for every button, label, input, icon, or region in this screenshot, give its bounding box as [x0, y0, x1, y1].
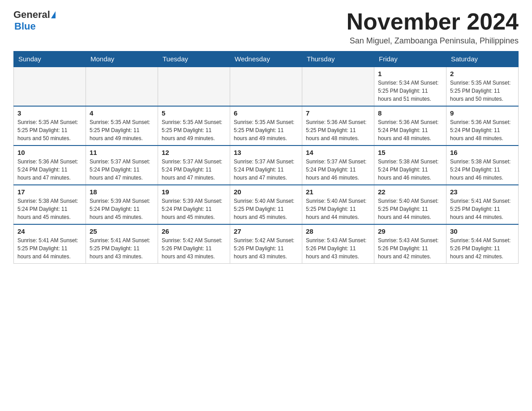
day-number: 29 [378, 227, 442, 235]
day-info: Sunrise: 5:41 AM Sunset: 5:25 PM Dayligh… [450, 197, 515, 221]
calendar-cell: 28Sunrise: 5:43 AM Sunset: 5:26 PM Dayli… [302, 224, 374, 264]
calendar-cell: 3Sunrise: 5:35 AM Sunset: 5:25 PM Daylig… [14, 106, 86, 146]
calendar-cell: 21Sunrise: 5:40 AM Sunset: 5:25 PM Dayli… [302, 185, 374, 224]
day-info: Sunrise: 5:39 AM Sunset: 5:24 PM Dayligh… [90, 197, 154, 221]
day-info: Sunrise: 5:42 AM Sunset: 5:26 PM Dayligh… [162, 236, 226, 261]
day-info: Sunrise: 5:35 AM Sunset: 5:25 PM Dayligh… [17, 118, 82, 142]
day-info: Sunrise: 5:38 AM Sunset: 5:24 PM Dayligh… [17, 197, 82, 221]
day-number: 2 [450, 70, 515, 77]
day-info: Sunrise: 5:38 AM Sunset: 5:24 PM Dayligh… [378, 158, 442, 182]
day-number: 11 [90, 149, 154, 156]
day-number: 1 [378, 70, 442, 77]
calendar-cell: 23Sunrise: 5:41 AM Sunset: 5:25 PM Dayli… [446, 185, 519, 224]
day-number: 9 [450, 109, 515, 117]
calendar-cell: 29Sunrise: 5:43 AM Sunset: 5:26 PM Dayli… [374, 224, 446, 264]
day-info: Sunrise: 5:37 AM Sunset: 5:24 PM Dayligh… [306, 158, 370, 182]
day-info: Sunrise: 5:41 AM Sunset: 5:25 PM Dayligh… [90, 236, 154, 261]
calendar-cell: 10Sunrise: 5:36 AM Sunset: 5:24 PM Dayli… [14, 146, 86, 185]
day-number: 27 [234, 227, 298, 235]
day-number: 26 [162, 227, 226, 235]
calendar-cell: 12Sunrise: 5:37 AM Sunset: 5:24 PM Dayli… [158, 146, 230, 185]
day-info: Sunrise: 5:44 AM Sunset: 5:26 PM Dayligh… [450, 236, 515, 261]
calendar-cell: 13Sunrise: 5:37 AM Sunset: 5:24 PM Dayli… [230, 146, 302, 185]
calendar-cell: 15Sunrise: 5:38 AM Sunset: 5:24 PM Dayli… [374, 146, 446, 185]
day-info: Sunrise: 5:37 AM Sunset: 5:24 PM Dayligh… [162, 158, 226, 182]
day-number: 18 [90, 188, 154, 196]
logo: General Blue [13, 9, 56, 32]
day-info: Sunrise: 5:34 AM Sunset: 5:25 PM Dayligh… [378, 79, 442, 103]
day-info: Sunrise: 5:37 AM Sunset: 5:24 PM Dayligh… [90, 158, 154, 182]
calendar-cell [86, 67, 158, 106]
day-number: 5 [162, 109, 226, 117]
logo-triangle-icon [51, 11, 56, 18]
day-info: Sunrise: 5:37 AM Sunset: 5:24 PM Dayligh… [234, 158, 298, 182]
calendar-header-wednesday: Wednesday [230, 51, 302, 67]
calendar-cell: 6Sunrise: 5:35 AM Sunset: 5:25 PM Daylig… [230, 106, 302, 146]
day-info: Sunrise: 5:38 AM Sunset: 5:24 PM Dayligh… [450, 158, 515, 182]
day-number: 20 [234, 188, 298, 196]
day-number: 25 [90, 227, 154, 235]
calendar-week-row: 3Sunrise: 5:35 AM Sunset: 5:25 PM Daylig… [14, 106, 519, 146]
day-info: Sunrise: 5:35 AM Sunset: 5:25 PM Dayligh… [90, 118, 154, 142]
calendar-week-row: 1Sunrise: 5:34 AM Sunset: 5:25 PM Daylig… [14, 67, 519, 106]
day-info: Sunrise: 5:43 AM Sunset: 5:26 PM Dayligh… [378, 236, 442, 261]
calendar-header-saturday: Saturday [446, 51, 519, 67]
calendar-cell [158, 67, 230, 106]
calendar-cell: 11Sunrise: 5:37 AM Sunset: 5:24 PM Dayli… [86, 146, 158, 185]
calendar-cell: 16Sunrise: 5:38 AM Sunset: 5:24 PM Dayli… [446, 146, 519, 185]
day-info: Sunrise: 5:43 AM Sunset: 5:26 PM Dayligh… [306, 236, 370, 261]
month-title: November 2024 [347, 9, 519, 34]
logo-blue-text: Blue [14, 21, 36, 32]
day-number: 17 [17, 188, 82, 196]
calendar-header-thursday: Thursday [302, 51, 374, 67]
calendar-header-row: SundayMondayTuesdayWednesdayThursdayFrid… [14, 51, 519, 67]
day-number: 15 [378, 149, 442, 156]
calendar-cell: 8Sunrise: 5:36 AM Sunset: 5:24 PM Daylig… [374, 106, 446, 146]
calendar-table: SundayMondayTuesdayWednesdayThursdayFrid… [13, 51, 519, 264]
day-number: 19 [162, 188, 226, 196]
calendar-cell: 9Sunrise: 5:36 AM Sunset: 5:24 PM Daylig… [446, 106, 519, 146]
day-info: Sunrise: 5:42 AM Sunset: 5:26 PM Dayligh… [234, 236, 298, 261]
day-number: 28 [306, 227, 370, 235]
calendar-cell: 1Sunrise: 5:34 AM Sunset: 5:25 PM Daylig… [374, 67, 446, 106]
calendar-cell: 2Sunrise: 5:35 AM Sunset: 5:25 PM Daylig… [446, 67, 519, 106]
calendar-cell: 26Sunrise: 5:42 AM Sunset: 5:26 PM Dayli… [158, 224, 230, 264]
day-info: Sunrise: 5:36 AM Sunset: 5:24 PM Dayligh… [450, 118, 515, 142]
calendar-cell: 30Sunrise: 5:44 AM Sunset: 5:26 PM Dayli… [446, 224, 519, 264]
calendar-week-row: 24Sunrise: 5:41 AM Sunset: 5:25 PM Dayli… [14, 224, 519, 264]
day-number: 10 [17, 149, 82, 156]
calendar-cell: 5Sunrise: 5:35 AM Sunset: 5:25 PM Daylig… [158, 106, 230, 146]
calendar-cell: 7Sunrise: 5:36 AM Sunset: 5:25 PM Daylig… [302, 106, 374, 146]
calendar-header-tuesday: Tuesday [158, 51, 230, 67]
day-number: 14 [306, 149, 370, 156]
calendar-header-friday: Friday [374, 51, 446, 67]
day-info: Sunrise: 5:40 AM Sunset: 5:25 PM Dayligh… [234, 197, 298, 221]
calendar-header-monday: Monday [86, 51, 158, 67]
day-number: 21 [306, 188, 370, 196]
day-info: Sunrise: 5:35 AM Sunset: 5:25 PM Dayligh… [162, 118, 226, 142]
calendar-cell: 20Sunrise: 5:40 AM Sunset: 5:25 PM Dayli… [230, 185, 302, 224]
day-number: 24 [17, 227, 82, 235]
calendar-cell: 18Sunrise: 5:39 AM Sunset: 5:24 PM Dayli… [86, 185, 158, 224]
calendar-cell [230, 67, 302, 106]
day-number: 16 [450, 149, 515, 156]
calendar-cell: 17Sunrise: 5:38 AM Sunset: 5:24 PM Dayli… [14, 185, 86, 224]
day-info: Sunrise: 5:36 AM Sunset: 5:24 PM Dayligh… [17, 158, 82, 182]
calendar-header-sunday: Sunday [14, 51, 86, 67]
calendar-cell: 24Sunrise: 5:41 AM Sunset: 5:25 PM Dayli… [14, 224, 86, 264]
calendar-cell: 22Sunrise: 5:40 AM Sunset: 5:25 PM Dayli… [374, 185, 446, 224]
calendar-cell: 25Sunrise: 5:41 AM Sunset: 5:25 PM Dayli… [86, 224, 158, 264]
calendar-cell: 27Sunrise: 5:42 AM Sunset: 5:26 PM Dayli… [230, 224, 302, 264]
page-header: General Blue November 2024 San Miguel, Z… [13, 9, 519, 46]
day-number: 12 [162, 149, 226, 156]
calendar-cell: 19Sunrise: 5:39 AM Sunset: 5:24 PM Dayli… [158, 185, 230, 224]
calendar-week-row: 10Sunrise: 5:36 AM Sunset: 5:24 PM Dayli… [14, 146, 519, 185]
day-info: Sunrise: 5:41 AM Sunset: 5:25 PM Dayligh… [17, 236, 82, 261]
location-subtitle: San Miguel, Zamboanga Peninsula, Philipp… [347, 36, 519, 46]
title-section: November 2024 San Miguel, Zamboanga Peni… [347, 9, 519, 46]
day-info: Sunrise: 5:40 AM Sunset: 5:25 PM Dayligh… [306, 197, 370, 221]
calendar-cell [14, 67, 86, 106]
day-info: Sunrise: 5:36 AM Sunset: 5:24 PM Dayligh… [378, 118, 442, 142]
day-info: Sunrise: 5:36 AM Sunset: 5:25 PM Dayligh… [306, 118, 370, 142]
day-number: 30 [450, 227, 515, 235]
